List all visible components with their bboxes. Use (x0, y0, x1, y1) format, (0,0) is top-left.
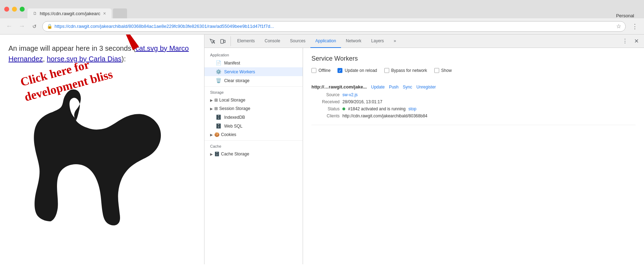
sidebar-item-local-storage[interactable]: ▶ ⊞ Local Storage (204, 96, 303, 104)
device-toolbar-button[interactable] (218, 36, 228, 46)
text-comma: , (43, 55, 47, 63)
tab-network[interactable]: Network (341, 35, 366, 48)
panel-title: Service Workers (311, 55, 636, 62)
sidebar-item-cache-storage[interactable]: ▶ 🗄️ Cache Storage (204, 150, 303, 158)
sidebar-item-manifest[interactable]: 📄 Manifest (204, 59, 303, 67)
sidebar-item-idb-label: IndexedDB (224, 115, 245, 120)
sw-url-row: http://…rawgit.com/jake... Update Push S… (311, 84, 636, 90)
sidebar-item-indexeddb[interactable]: 🗄️ IndexedDB (204, 113, 303, 122)
tab-console[interactable]: Console (260, 35, 285, 48)
sidebar-item-session-storage[interactable]: ▶ ⊞ Session Storage (204, 104, 303, 113)
devtools-icon-bar (204, 36, 231, 46)
minimize-button[interactable] (12, 7, 17, 12)
sidebar-item-cookies-label: Cookies (221, 132, 236, 137)
sw-status-value: #1842 activated and is running (348, 106, 405, 111)
offline-checkbox[interactable] (311, 68, 316, 73)
horse-svg-link[interactable]: horse.svg by Carla Dias (47, 55, 121, 63)
menu-button[interactable]: ⋮ (630, 21, 640, 31)
text-after: ): (121, 55, 126, 63)
show-label: Show (441, 68, 452, 73)
address-bar[interactable]: 🔒 https://cdn.rawgit.com/jakearchibald/8… (42, 21, 626, 32)
sw-options-row: Offline ✓ Update on reload Bypass for ne… (311, 68, 636, 73)
sidebar-section-storage: Storage (204, 86, 303, 96)
expand-local-storage-icon: ▶ (210, 98, 213, 102)
refresh-button[interactable]: ↺ (30, 21, 39, 31)
clear-storage-icon: 🗑️ (216, 78, 221, 83)
sw-sync-link[interactable]: Sync (403, 85, 412, 90)
service-workers-icon: ⚙️ (216, 69, 221, 74)
sidebar-section-cache: Cache (204, 140, 303, 150)
expand-cache-storage-icon: ▶ (210, 152, 213, 156)
sw-received-value: 28/09/2016, 13:01:17 (342, 99, 382, 104)
maximize-button[interactable] (20, 7, 25, 12)
text-before: An image will appear here in 3 seconds ( (8, 44, 135, 52)
bypass-for-network-label: Bypass for network (391, 68, 427, 73)
tab-more[interactable]: » (389, 35, 401, 48)
sidebar-item-clear-storage[interactable]: 🗑️ Clear storage (204, 76, 303, 85)
tab-close-button[interactable]: × (103, 11, 106, 16)
sidebar-item-cookies[interactable]: ▶ 🍪 Cookies (204, 130, 303, 139)
show-option[interactable]: Show (434, 68, 452, 73)
show-checkbox[interactable] (434, 68, 439, 73)
navigation-bar: ← → ↺ 🔒 https://cdn.rawgit.com/jakearchi… (0, 18, 644, 35)
sidebar-item-cache-label: Cache Storage (221, 152, 249, 156)
devtools-toolbar: Elements Console Sources Application Net… (204, 35, 644, 48)
sidebar-item-wsql-label: Web SQL (224, 124, 242, 129)
sw-source-link[interactable]: sw-v2.js (342, 92, 358, 97)
sw-clients-value: http://cdn.rawgit.com/jakearchibald/8036… (342, 113, 427, 118)
expand-session-storage-icon: ▶ (210, 107, 213, 111)
traffic-lights (4, 7, 25, 12)
sidebar-item-ss-icon: ⊞ (214, 106, 218, 111)
update-on-reload-checkbox[interactable]: ✓ (337, 68, 342, 73)
devtools-body: Application 📄 Manifest ⚙️ Service Worker… (204, 48, 644, 264)
sw-update-link[interactable]: Update (371, 85, 385, 90)
tab-sources[interactable]: Sources (285, 35, 310, 48)
tab-elements[interactable]: Elements (232, 35, 260, 48)
tab-layers[interactable]: Layers (366, 35, 389, 48)
element-picker-button[interactable] (207, 36, 217, 46)
sidebar-item-manifest-label: Manifest (224, 61, 240, 66)
bookmark-icon[interactable]: ☆ (616, 23, 621, 30)
secure-icon: 🔒 (47, 24, 52, 29)
offline-option[interactable]: Offline (311, 68, 330, 73)
tab-url: https://cdn.rawgit.com/jakearc (40, 11, 100, 16)
offline-label: Offline (318, 68, 330, 73)
forward-button[interactable]: → (17, 21, 27, 31)
sw-status-label: Status (311, 106, 340, 111)
devtools-tabs: Elements Console Sources Application Net… (231, 35, 617, 48)
bypass-for-network-checkbox[interactable] (384, 68, 389, 73)
sw-status-row: Status #1842 activated and is running st… (311, 106, 636, 111)
close-button[interactable] (4, 7, 9, 12)
sw-received-row: Received 28/09/2016, 13:01:17 (311, 99, 636, 104)
update-on-reload-option[interactable]: ✓ Update on reload (337, 68, 377, 73)
sw-source-label: Source (311, 92, 340, 97)
sidebar-item-service-workers[interactable]: ⚙️ Service Workers (204, 67, 303, 76)
sw-clients-label: Clients (311, 113, 340, 118)
sw-received-label: Received (311, 99, 340, 104)
sidebar-item-sw-label: Service Workers (224, 69, 255, 74)
devtools-more-button[interactable]: ⋮ (620, 36, 630, 46)
new-tab-button[interactable] (113, 8, 127, 18)
devtools-right-toolbar: ⋮ ✕ (617, 36, 644, 46)
webpage-content: An image will appear here in 3 seconds (… (0, 35, 204, 264)
sw-push-link[interactable]: Push (389, 85, 398, 90)
profile-label: Personal (616, 13, 640, 18)
devtools-panel: Elements Console Sources Application Net… (204, 35, 644, 264)
sidebar-item-ss-label: Session Storage (219, 106, 250, 111)
bypass-for-network-option[interactable]: Bypass for network (384, 68, 427, 73)
tab-application[interactable]: Application (310, 35, 341, 48)
manifest-icon: 📄 (216, 60, 221, 66)
browser-tab[interactable]: 🗋 https://cdn.rawgit.com/jakearc × (27, 8, 112, 18)
sidebar-item-cookies-icon: 🍪 (214, 132, 220, 137)
back-button[interactable]: ← (4, 21, 14, 31)
devtools-close-button[interactable]: ✕ (631, 36, 641, 46)
sw-clients-row: Clients http://cdn.rawgit.com/jakearchib… (311, 113, 636, 118)
sidebar-item-ls-label: Local Storage (219, 98, 245, 103)
expand-cookies-icon: ▶ (210, 133, 213, 137)
sidebar-item-web-sql[interactable]: 🗄️ Web SQL (204, 122, 303, 130)
sw-stop-link[interactable]: stop (408, 106, 416, 111)
sw-url: http://…rawgit.com/jake... (311, 84, 367, 90)
sw-entry: http://…rawgit.com/jake... Update Push S… (311, 80, 636, 125)
svg-rect-2 (224, 40, 225, 43)
sw-unregister-link[interactable]: Unregister (416, 85, 436, 90)
